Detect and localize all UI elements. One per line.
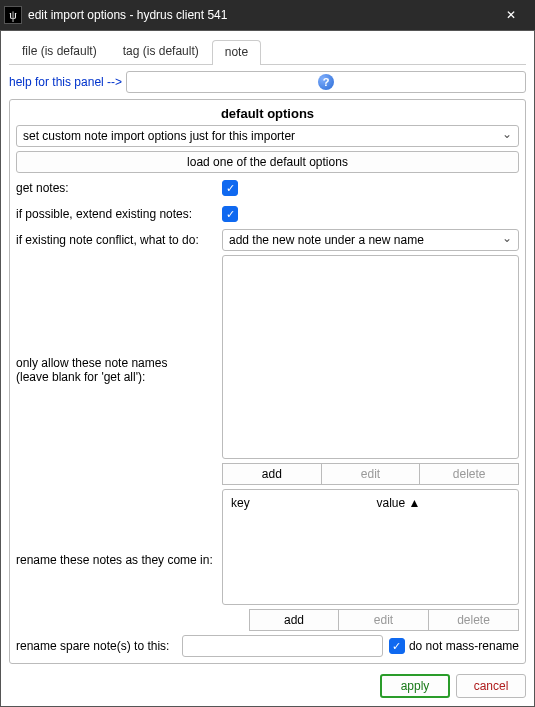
rename-incoming-label: rename these notes as they come in: — [16, 553, 216, 567]
mode-select[interactable]: set custom note import options just for … — [16, 125, 519, 147]
no-mass-rename-label: do not mass-rename — [409, 639, 519, 653]
help-link[interactable]: help for this panel --> — [9, 75, 122, 89]
get-notes-checkbox[interactable]: ✓ — [222, 180, 238, 196]
get-notes-label: get notes: — [16, 181, 216, 195]
allow-names-label-1: only allow these note names — [16, 356, 216, 370]
rename-col-key[interactable]: key — [227, 494, 371, 512]
rename-spare-label: rename spare note(s) to this: — [16, 639, 176, 653]
window-title: edit import options - hydrus client 541 — [28, 8, 491, 22]
conflict-select[interactable]: add the new note under a new name — [222, 229, 519, 251]
allow-names-edit-button[interactable]: edit — [322, 463, 421, 485]
rename-add-button[interactable]: add — [249, 609, 339, 631]
cancel-button[interactable]: cancel — [456, 674, 526, 698]
tab-bar: file (is default) tag (is default) note — [9, 39, 526, 65]
allow-names-listbox[interactable] — [222, 255, 519, 459]
help-question-icon: ? — [318, 74, 334, 90]
close-button[interactable]: ✕ — [491, 1, 531, 29]
rename-col-value[interactable]: value ▲ — [373, 494, 425, 512]
conflict-select-value: add the new note under a new name — [229, 233, 424, 247]
extend-notes-label: if possible, extend existing notes: — [16, 207, 216, 221]
app-icon: ψ — [4, 6, 22, 24]
rename-edit-button[interactable]: edit — [339, 609, 429, 631]
allow-names-label-2: (leave blank for 'get all'): — [16, 370, 216, 384]
default-options-group: default options set custom note import o… — [9, 99, 526, 664]
group-title: default options — [16, 106, 519, 121]
rename-delete-button[interactable]: delete — [429, 609, 519, 631]
rename-incoming-listbox[interactable]: key value ▲ — [222, 489, 519, 605]
allow-names-add-button[interactable]: add — [222, 463, 322, 485]
extend-notes-checkbox[interactable]: ✓ — [222, 206, 238, 222]
tab-tag[interactable]: tag (is default) — [110, 39, 212, 64]
no-mass-rename-checkbox[interactable]: ✓ — [389, 638, 405, 654]
apply-button[interactable]: apply — [380, 674, 450, 698]
conflict-label: if existing note conflict, what to do: — [16, 233, 216, 247]
mode-select-value: set custom note import options just for … — [23, 129, 295, 143]
load-defaults-button[interactable]: load one of the default options — [16, 151, 519, 173]
tab-note[interactable]: note — [212, 40, 261, 65]
help-target-box[interactable]: ? — [126, 71, 526, 93]
allow-names-delete-button[interactable]: delete — [420, 463, 519, 485]
rename-spare-input[interactable] — [182, 635, 383, 657]
tab-file[interactable]: file (is default) — [9, 39, 110, 64]
